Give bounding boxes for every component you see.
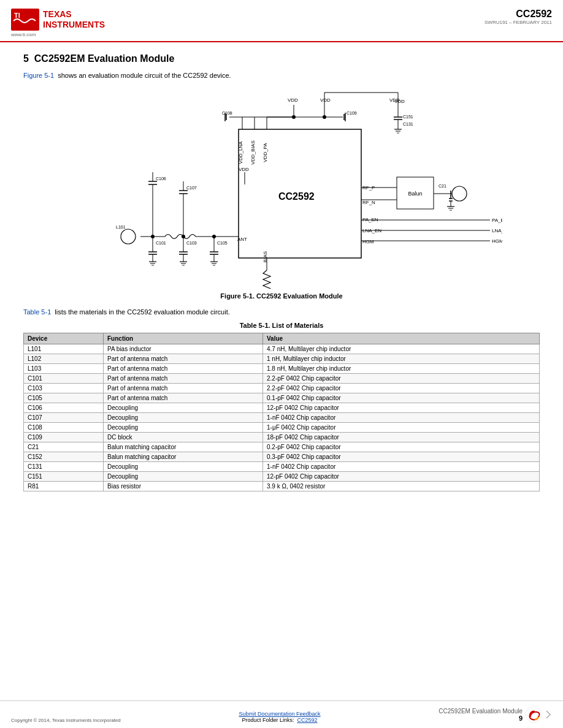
table-cell: 0.1-pF 0402 Chip capacitor <box>263 393 540 403</box>
table-cell: C106 <box>24 403 104 413</box>
table-cell: Balun matching capacitor <box>104 452 263 462</box>
table-title: Table 5-1. List of Materials <box>23 322 540 329</box>
table-cell: 3.9 k Ω, 0402 resistor <box>263 482 540 491</box>
doc-ref: SWRU191 – FEBRUARY 2011 <box>484 20 552 25</box>
table-row: C151Decoupling12-pF 0402 Chip capacitor <box>24 472 540 482</box>
svg-text:CC2592: CC2592 <box>278 191 315 202</box>
product-folder-label: Product Folder Links: <box>242 717 294 723</box>
svg-text:HGM: HGM <box>362 239 374 245</box>
table-intro: Table 5-1 lists the materials in the CC2… <box>23 308 540 316</box>
table-row: C101Part of antenna match2.2-pF 0402 Chi… <box>24 374 540 384</box>
col-header-function: Function <box>104 333 263 344</box>
table-cell: 1-μF 0402 Chip capacitor <box>263 423 540 433</box>
table-cell: C101 <box>24 374 104 384</box>
svg-text:VDD_PA: VDD_PA <box>262 143 268 162</box>
table-row: C109DC block18-pF 0402 Chip capacitor <box>24 433 540 442</box>
table-cell: C109 <box>24 433 104 442</box>
svg-text:TI: TI <box>14 12 20 19</box>
svg-text:ANT: ANT <box>237 237 247 242</box>
table-cell: Bias resistor <box>104 482 263 491</box>
svg-text:C108: C108 <box>222 111 232 115</box>
table-cell: L101 <box>24 344 104 354</box>
table-cell: 1-nF 0402 Chip capacitor <box>263 462 540 472</box>
table-row: C105Part of antenna match0.1-pF 0402 Chi… <box>24 393 540 403</box>
svg-text:C103: C103 <box>186 241 197 245</box>
svg-text:BIAS: BIAS <box>262 251 268 262</box>
table-cell: DC block <box>104 433 263 442</box>
circuit-svg: CC2592 VDD_LNA VDD_BIAS VDD_PA ANT BIAS … <box>61 86 502 289</box>
table-cell: 1 nH, Multilayer chip inductor <box>263 354 540 364</box>
table-row: C106Decoupling12-pF 0402 Chip capacitor <box>24 403 540 413</box>
table-cell: 18-pF 0402 Chip capacitor <box>263 433 540 442</box>
figure-caption: Figure 5-1. CC2592 Evaluation Module <box>23 292 540 300</box>
product-link[interactable]: CC2592 <box>297 717 318 723</box>
svg-point-85 <box>323 115 326 119</box>
table-cell: C151 <box>24 472 104 482</box>
svg-point-88 <box>151 235 155 238</box>
table-cell: 0.2-pF 0402 Chip capacitor <box>263 442 540 452</box>
table-cell: 12-pF 0402 Chip capacitor <box>263 403 540 413</box>
table-row: C21Balun matching capacitor0.2-pF 0402 C… <box>24 442 540 452</box>
svg-text:LNA_EN: LNA_EN <box>492 228 502 233</box>
svg-text:C101: C101 <box>156 241 166 245</box>
svg-text:C107: C107 <box>186 186 197 190</box>
page-header: TI Texas Instruments www.ti.com CC2592 S… <box>0 0 563 42</box>
footer-right: CC2592EM Evaluation Module 9 <box>439 706 552 723</box>
table-cell: C107 <box>24 413 104 423</box>
footer-center: Submit Documentation Feedback Product Fo… <box>239 711 320 723</box>
svg-text:VDD: VDD <box>288 97 298 103</box>
ti-logo-text: Texas Instruments <box>43 9 105 30</box>
table-cell: Part of antenna match <box>104 374 263 384</box>
table-cell: 2.2-pF 0402 Chip capacitor <box>263 384 540 393</box>
footer-inner: Copyright © 2014, Texas Instruments Inco… <box>11 706 552 723</box>
svg-text:PA_EN: PA_EN <box>492 218 502 223</box>
table-cell: 2.2-pF 0402 Chip capacitor <box>263 374 540 384</box>
table-cell: Decoupling <box>104 472 263 482</box>
table-ref-link[interactable]: Table 5-1 <box>23 308 51 316</box>
ti-swirl-icon <box>525 706 542 723</box>
table-cell: 1.8 nH, Multilayer chip inductor <box>263 364 540 374</box>
table-cell: C105 <box>24 393 104 403</box>
table-cell: 1-nF 0402 Chip capacitor <box>263 413 540 423</box>
table-row: C108Decoupling1-μF 0402 Chip capacitor <box>24 423 540 433</box>
table-cell: Decoupling <box>104 403 263 413</box>
materials-table: Device Function Value L101PA bias induct… <box>23 333 540 491</box>
table-cell: R81 <box>24 482 104 491</box>
col-header-value: Value <box>263 333 540 344</box>
table-cell: Decoupling <box>104 423 263 433</box>
intro-body: shows an evaluation module circuit of th… <box>58 72 231 79</box>
svg-point-86 <box>212 235 216 238</box>
figure-ref-link[interactable]: Figure 5-1 <box>23 72 54 79</box>
main-content: 5 CC2592EM Evaluation Module Figure 5-1 … <box>0 42 563 498</box>
table-row: R81Bias resistor3.9 k Ω, 0402 resistor <box>24 482 540 491</box>
footer-section-name: CC2592EM Evaluation Module <box>439 708 523 715</box>
website-label: www.ti.com <box>11 32 105 37</box>
col-header-device: Device <box>24 333 104 344</box>
svg-point-27 <box>452 186 467 201</box>
svg-text:VDD: VDD <box>320 97 331 103</box>
table-cell: Part of antenna match <box>104 384 263 393</box>
svg-text:VDD_BIAS: VDD_BIAS <box>250 140 256 165</box>
table-cell: 4.7 nH, Multilayer chip inductor <box>263 344 540 354</box>
table-cell: C103 <box>24 384 104 393</box>
feedback-link[interactable]: Submit Documentation Feedback <box>239 711 320 717</box>
table-cell: C108 <box>24 423 104 433</box>
table-cell: PA bias inductor <box>104 344 263 354</box>
table-row: L103Part of antenna match1.8 nH, Multila… <box>24 364 540 374</box>
svg-text:VDD: VDD <box>239 167 249 172</box>
svg-text:RF_N: RF_N <box>362 200 375 205</box>
table-cell: Balun matching capacitor <box>104 442 263 452</box>
page-number: 9 <box>439 715 523 722</box>
svg-text:C106: C106 <box>156 176 166 181</box>
circuit-container: CC2592 VDD_LNA VDD_BIAS VDD_PA ANT BIAS … <box>23 86 540 289</box>
table-cell: L102 <box>24 354 104 364</box>
svg-point-84 <box>292 115 296 119</box>
footer-copyright: Copyright © 2014, Texas Instruments Inco… <box>11 718 121 723</box>
table-intro-text: lists the materials in the CC2592 evalua… <box>55 308 230 316</box>
svg-point-87 <box>182 235 185 238</box>
nav-arrow-icon[interactable] <box>545 708 552 721</box>
table-cell: C152 <box>24 452 104 462</box>
svg-text:C109: C109 <box>347 111 357 115</box>
table-cell: Decoupling <box>104 462 263 472</box>
table-cell: Part of antenna match <box>104 354 263 364</box>
